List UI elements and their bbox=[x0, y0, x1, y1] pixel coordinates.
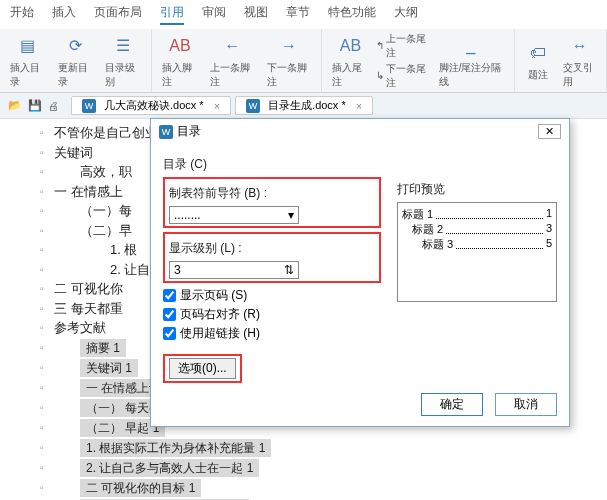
options-group: 选项(0)... bbox=[163, 354, 242, 383]
ribbon-tab[interactable]: 审阅 bbox=[202, 4, 226, 25]
ribbon-tab[interactable]: 视图 bbox=[244, 4, 268, 25]
leader-label: 制表符前导符 (B) : bbox=[169, 185, 375, 202]
preview-label: 打印预览 bbox=[397, 181, 557, 198]
preview-line: 标题 35 bbox=[402, 237, 552, 252]
note-separator-button[interactable]: ⎯脚注/尾注分隔线 bbox=[435, 31, 509, 91]
ribbon-tab[interactable]: 插入 bbox=[52, 4, 76, 25]
prev-endnote-button[interactable]: ↰ 上一条尾注 bbox=[376, 32, 430, 60]
leader-combo[interactable]: ........▾ bbox=[169, 206, 299, 224]
options-button[interactable]: 选项(0)... bbox=[169, 358, 236, 379]
level-icon: ☰ bbox=[110, 33, 136, 59]
crossref-icon: ↔ bbox=[567, 33, 593, 59]
ribbon-tabs: 开始插入页面布局引用审阅视图章节特色功能大纲 bbox=[0, 0, 607, 29]
refresh-icon: ⟳ bbox=[63, 33, 89, 59]
toc-dialog: W 目录 ✕ 目录 (C) 制表符前导符 (B) : ........▾ 显示级… bbox=[150, 118, 570, 427]
ribbon-tab[interactable]: 引用 bbox=[160, 4, 184, 25]
preview-line: 标题 11 bbox=[402, 207, 552, 222]
toc-entry[interactable]: 二 可视化你的目标 1 bbox=[80, 479, 201, 497]
right-align-check[interactable]: 页码右对齐 (R) bbox=[163, 306, 381, 323]
endnote-icon: AB bbox=[337, 33, 363, 59]
ribbon-tab[interactable]: 章节 bbox=[286, 4, 310, 25]
ribbon: ▤插入目录 ⟳更新目录 ☰目录级别 AB插入脚注 ←上一条脚注 →下一条脚注 A… bbox=[0, 29, 607, 93]
ribbon-tab[interactable]: 页面布局 bbox=[94, 4, 142, 25]
toc-entry[interactable]: 2. 让自己多与高效人士在一起 1 bbox=[80, 459, 259, 477]
footnote-icon: AB bbox=[167, 33, 193, 59]
toc-icon: ▤ bbox=[15, 33, 41, 59]
print-icon[interactable]: 🖨 bbox=[48, 100, 59, 112]
level-spin[interactable]: 3⇅ bbox=[169, 261, 299, 279]
next-icon: → bbox=[276, 33, 302, 59]
update-toc-button[interactable]: ⟳更新目录 bbox=[54, 31, 98, 91]
dialog-title: 目录 bbox=[177, 123, 201, 140]
next-footnote-button[interactable]: →下一条脚注 bbox=[263, 31, 316, 91]
ok-button[interactable]: 确定 bbox=[421, 393, 483, 416]
cross-ref-button[interactable]: ↔交叉引用 bbox=[559, 31, 600, 91]
leader-group: 制表符前导符 (B) : ........▾ bbox=[163, 177, 381, 228]
level-label: 显示级别 (L) : bbox=[169, 240, 375, 257]
preview-box: 标题 11标题 23标题 35 bbox=[397, 202, 557, 302]
toc-entry[interactable]: 1. 根据实际工作为身体补充能量 1 bbox=[80, 439, 271, 457]
document-tab[interactable]: W目录生成.docx * × bbox=[235, 96, 373, 115]
stepper-icon: ⇅ bbox=[284, 263, 294, 277]
show-page-check[interactable]: 显示页码 (S) bbox=[163, 287, 381, 304]
insert-toc-button[interactable]: ▤插入目录 bbox=[6, 31, 50, 91]
open-icon[interactable]: 📂 bbox=[8, 99, 22, 112]
toc-level-button[interactable]: ☰目录级别 bbox=[101, 31, 145, 91]
save-icon[interactable]: 💾 bbox=[28, 99, 42, 112]
cancel-button[interactable]: 取消 bbox=[495, 393, 557, 416]
prev-icon: ← bbox=[219, 33, 245, 59]
caption-button[interactable]: 🏷题注 bbox=[521, 38, 555, 84]
close-icon[interactable]: ✕ bbox=[538, 124, 561, 139]
document-tab[interactable]: W几大高效秘诀.docx * × bbox=[71, 96, 231, 115]
ribbon-tab[interactable]: 大纲 bbox=[394, 4, 418, 25]
separator-icon: ⎯ bbox=[458, 33, 484, 59]
level-group: 显示级别 (L) : 3⇅ bbox=[163, 232, 381, 283]
caption-icon: 🏷 bbox=[525, 40, 551, 66]
dialog-app-icon: W bbox=[159, 125, 173, 139]
preview-line: 标题 23 bbox=[402, 222, 552, 237]
hyperlink-check[interactable]: 使用超链接 (H) bbox=[163, 325, 381, 342]
section-label: 目录 (C) bbox=[163, 156, 557, 173]
next-endnote-button[interactable]: ↳ 下一条尾注 bbox=[376, 62, 430, 90]
insert-footnote-button[interactable]: AB插入脚注 bbox=[158, 31, 202, 91]
toc-entry[interactable]: 关键词 1 bbox=[80, 359, 138, 377]
prev-footnote-button[interactable]: ←上一条脚注 bbox=[206, 31, 259, 91]
ribbon-tab[interactable]: 开始 bbox=[10, 4, 34, 25]
ribbon-tab[interactable]: 特色功能 bbox=[328, 4, 376, 25]
toc-entry[interactable]: 摘要 1 bbox=[80, 339, 126, 357]
quick-access: 📂 💾 🖨 W几大高效秘诀.docx * ×W目录生成.docx * × bbox=[0, 93, 607, 119]
chevron-down-icon: ▾ bbox=[288, 208, 294, 222]
insert-endnote-button[interactable]: AB插入尾注 bbox=[328, 31, 372, 91]
